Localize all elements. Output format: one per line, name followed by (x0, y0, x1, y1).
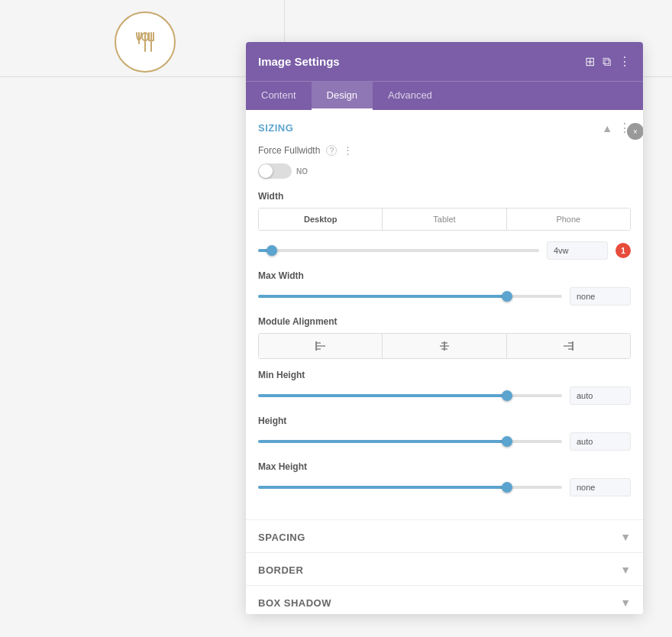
border-section: Border ▼ (246, 553, 643, 586)
sizing-content: Force Fullwidth ? ⋮ NO Width (246, 144, 643, 519)
min-height-slider-row: auto (258, 386, 631, 405)
max-width-slider-thumb[interactable] (502, 291, 512, 302)
min-height-label: Min Height (258, 370, 631, 380)
toggle-knob (259, 164, 273, 178)
tab-design[interactable]: Design (312, 82, 373, 110)
close-button[interactable]: × (627, 123, 643, 140)
align-center-icon (438, 340, 451, 352)
toggle-label: NO (296, 167, 308, 176)
height-slider-track[interactable] (258, 440, 562, 443)
height-slider-fill (258, 440, 507, 443)
tab-content[interactable]: Content (246, 82, 312, 110)
width-value-input[interactable]: 4vw (547, 241, 608, 260)
panel-body: Sizing ▲ ⋮ Force Fullwidth ? ⋮ (246, 110, 643, 614)
max-height-slider-row: none (258, 478, 631, 496)
min-height-slider-track[interactable] (258, 394, 562, 397)
max-width-slider-row: none (258, 287, 631, 306)
width-slider-track[interactable] (258, 249, 539, 252)
min-height-slider-thumb[interactable] (502, 390, 512, 401)
min-height-slider-fill (258, 394, 507, 397)
align-left-btn[interactable] (259, 334, 383, 358)
align-right-icon (562, 340, 574, 352)
spacing-section: Spacing ▼ (246, 520, 643, 553)
height-value-input[interactable]: auto (570, 432, 631, 451)
border-expand-icon[interactable]: ▼ (620, 564, 631, 576)
max-height-value-input[interactable]: none (570, 478, 631, 496)
spacing-title: Spacing (258, 532, 305, 543)
spacing-expand-icon[interactable]: ▼ (620, 531, 631, 543)
panel-tabs: Content Design Advanced (246, 81, 643, 110)
tab-advanced[interactable]: Advanced (373, 82, 447, 110)
sizing-section: Sizing ▲ ⋮ Force Fullwidth ? ⋮ (246, 110, 643, 520)
panel-header: Image Settings ⊞ ⧉ ⋮ (246, 42, 643, 81)
sizing-title: Sizing (258, 122, 293, 134)
height-slider-thumb[interactable] (502, 436, 512, 447)
width-badge: 1 (615, 243, 631, 258)
align-center-btn[interactable] (383, 334, 506, 358)
panel-icon-more[interactable]: ⋮ (619, 54, 631, 69)
logo-circle (115, 11, 176, 73)
align-left-icon (315, 340, 327, 352)
min-height-value-input[interactable]: auto (570, 386, 631, 405)
width-slider-row: 4vw 1 (258, 241, 631, 260)
resp-tab-tablet[interactable]: Tablet (383, 209, 506, 230)
width-slider-thumb[interactable] (267, 245, 277, 256)
responsive-tabs: Desktop Tablet Phone (258, 208, 631, 231)
force-fullwidth-help-icon[interactable]: ? (326, 145, 337, 156)
panel-icon-grid[interactable]: ⊞ (585, 54, 595, 69)
force-fullwidth-toggle[interactable] (258, 163, 292, 179)
module-alignment-label: Module Alignment (258, 316, 631, 327)
logo-area (115, 11, 176, 73)
max-width-slider-track[interactable] (258, 295, 562, 298)
image-settings-panel: Image Settings ⊞ ⧉ ⋮ Content Design Adva… (246, 42, 643, 614)
max-height-slider-track[interactable] (258, 486, 562, 489)
force-fullwidth-more-icon[interactable]: ⋮ (343, 144, 353, 156)
border-section-header[interactable]: Border ▼ (246, 553, 643, 585)
sizing-collapse-icon[interactable]: ▲ (602, 122, 612, 134)
box-shadow-section-header[interactable]: Box Shadow ▼ (246, 586, 643, 614)
width-field-label: Width (258, 191, 631, 202)
spacing-section-header[interactable]: Spacing ▼ (246, 520, 643, 552)
page-background: Image Settings ⊞ ⧉ ⋮ Content Design Adva… (0, 0, 672, 637)
resp-tab-desktop[interactable]: Desktop (259, 209, 383, 230)
border-title: Border (258, 564, 303, 576)
max-width-label: Max Width (258, 270, 631, 281)
resp-tab-phone[interactable]: Phone (507, 209, 630, 230)
max-width-slider-fill (258, 295, 507, 298)
force-fullwidth-label: Force Fullwidth (258, 145, 320, 156)
max-height-slider-fill (258, 486, 507, 489)
panel-title: Image Settings (258, 55, 340, 68)
logo-icon (130, 27, 160, 57)
max-height-label: Max Height (258, 461, 631, 472)
max-height-slider-thumb[interactable] (502, 482, 512, 493)
align-right-btn[interactable] (507, 334, 630, 358)
module-alignment-row (258, 333, 631, 359)
max-width-value-input[interactable]: none (570, 287, 631, 306)
panel-icon-columns[interactable]: ⧉ (603, 55, 611, 69)
panel-header-icons: ⊞ ⧉ ⋮ (585, 54, 631, 69)
force-fullwidth-toggle-wrap: NO (258, 163, 631, 179)
sizing-section-header[interactable]: Sizing ▲ ⋮ (246, 110, 643, 144)
box-shadow-expand-icon[interactable]: ▼ (620, 597, 631, 609)
force-fullwidth-row: Force Fullwidth ? ⋮ (258, 144, 631, 156)
box-shadow-section: Box Shadow ▼ (246, 586, 643, 614)
height-slider-row: auto (258, 432, 631, 451)
box-shadow-title: Box Shadow (258, 597, 331, 609)
height-label: Height (258, 416, 631, 426)
